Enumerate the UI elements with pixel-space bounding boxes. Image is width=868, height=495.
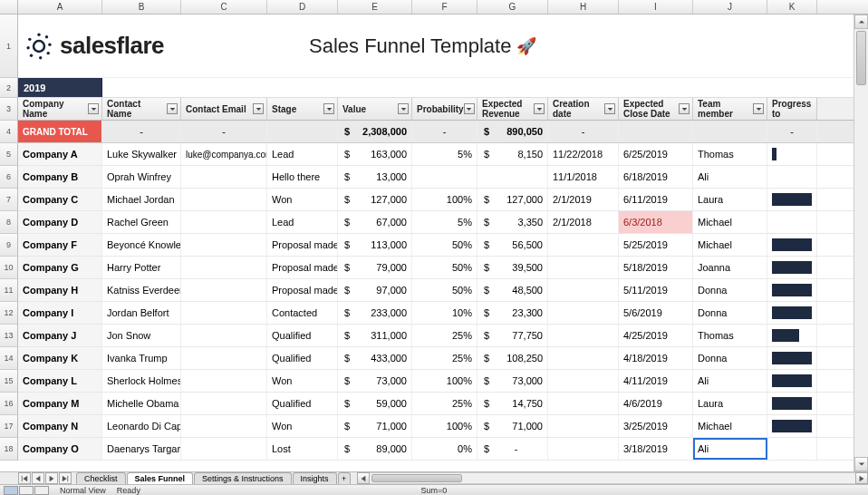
cell-email[interactable] bbox=[181, 370, 267, 392]
cell-contact[interactable]: Luke Skywalker bbox=[102, 143, 181, 165]
row-header-4[interactable]: 4 bbox=[0, 121, 18, 143]
hdr-close[interactable]: Expected Close Date bbox=[619, 98, 693, 120]
cell-close-date[interactable]: 6/11/2019 bbox=[619, 189, 693, 210]
cell-company[interactable]: Company I bbox=[18, 302, 102, 324]
row-header-8[interactable]: 8 bbox=[0, 211, 18, 234]
cell-contact[interactable]: Oprah Winfrey bbox=[102, 166, 181, 188]
cell-contact[interactable]: Sherlock Holmes bbox=[102, 370, 181, 392]
vertical-scrollbar[interactable] bbox=[854, 15, 868, 471]
filter-dropdown-icon[interactable] bbox=[679, 103, 690, 114]
cell-value[interactable]: $67,000 bbox=[338, 211, 412, 233]
cell-close-date[interactable]: 6/3/2018 bbox=[619, 211, 693, 233]
cell-email[interactable] bbox=[181, 211, 267, 233]
col-A[interactable]: A bbox=[18, 0, 102, 14]
cell-company[interactable]: Company C bbox=[18, 189, 102, 210]
cell-stage[interactable]: Contacted bbox=[267, 302, 338, 324]
cell-team[interactable]: Ali bbox=[693, 370, 767, 392]
filter-dropdown-icon[interactable] bbox=[604, 103, 615, 114]
scroll-thumb[interactable] bbox=[371, 474, 462, 482]
cell-email[interactable] bbox=[181, 393, 267, 414]
cell-team[interactable]: Thomas bbox=[693, 143, 767, 165]
col-K[interactable]: K bbox=[767, 0, 817, 14]
cell-email[interactable] bbox=[181, 415, 267, 437]
scroll-thumb[interactable] bbox=[856, 31, 866, 85]
cell-email[interactable] bbox=[181, 257, 267, 278]
cell-probability[interactable]: 25% bbox=[412, 347, 477, 369]
cell-stage[interactable]: Proposal made bbox=[267, 279, 338, 301]
cell-exp-rev[interactable]: $14,750 bbox=[477, 393, 548, 414]
cell-value[interactable]: $13,000 bbox=[338, 166, 412, 188]
scroll-left-button[interactable] bbox=[357, 472, 370, 484]
cell-stage[interactable]: Qualified bbox=[267, 393, 338, 414]
cell-probability[interactable]: 0% bbox=[412, 438, 477, 460]
sheet-tab[interactable]: Checklist bbox=[76, 472, 126, 484]
row-header-11[interactable]: 11 bbox=[0, 279, 18, 302]
cell-progress[interactable] bbox=[767, 347, 817, 369]
hdr-value[interactable]: Value bbox=[338, 98, 412, 120]
cell-team[interactable]: Joanna bbox=[693, 257, 767, 278]
cell-team[interactable]: Donna bbox=[693, 279, 767, 301]
cell-team[interactable]: Michael bbox=[693, 234, 767, 256]
cell-created[interactable]: 2/1/2019 bbox=[548, 189, 619, 210]
cell-progress[interactable] bbox=[767, 211, 817, 233]
cell-value[interactable]: $73,000 bbox=[338, 370, 412, 392]
cell-created[interactable] bbox=[548, 302, 619, 324]
hdr-company[interactable]: Company Name bbox=[18, 98, 102, 120]
cell-created[interactable]: 11/1/2018 bbox=[548, 166, 619, 188]
cell-value[interactable]: $59,000 bbox=[338, 393, 412, 414]
row-header-1[interactable]: 1 bbox=[0, 15, 18, 78]
page-layout-view-button[interactable] bbox=[19, 486, 34, 495]
hdr-contact[interactable]: Contact Name bbox=[102, 98, 181, 120]
add-sheet-button[interactable]: + bbox=[338, 472, 351, 484]
cell-created[interactable] bbox=[548, 279, 619, 301]
row-header-3[interactable]: 3 bbox=[0, 98, 18, 121]
cell-team[interactable]: Ali bbox=[693, 438, 767, 460]
cell-team[interactable]: Thomas bbox=[693, 325, 767, 346]
cell-close-date[interactable]: 3/25/2019 bbox=[619, 415, 693, 437]
row-header-9[interactable]: 9 bbox=[0, 234, 18, 257]
cell-stage[interactable]: Proposal made bbox=[267, 234, 338, 256]
cell-contact[interactable]: Jordan Belfort bbox=[102, 302, 181, 324]
row-header-14[interactable]: 14 bbox=[0, 347, 18, 370]
cell-probability[interactable]: 100% bbox=[412, 370, 477, 392]
cell-company[interactable]: Company B bbox=[18, 166, 102, 188]
tab-next-button[interactable] bbox=[45, 472, 58, 484]
cell-exp-rev[interactable]: $71,000 bbox=[477, 415, 548, 437]
cell-email[interactable]: luke@companya.com bbox=[181, 143, 267, 165]
cell-progress[interactable] bbox=[767, 166, 817, 188]
row-header-5[interactable]: 5 bbox=[0, 143, 18, 166]
cell-probability[interactable]: 25% bbox=[412, 393, 477, 414]
tab-last-button[interactable] bbox=[59, 472, 72, 484]
cell-team[interactable]: Ali bbox=[693, 166, 767, 188]
cell-team[interactable]: Donna bbox=[693, 302, 767, 324]
cell-company[interactable]: Company L bbox=[18, 370, 102, 392]
filter-dropdown-icon[interactable] bbox=[464, 103, 475, 114]
cell-progress[interactable] bbox=[767, 302, 817, 324]
cell-email[interactable] bbox=[181, 302, 267, 324]
cell-contact[interactable]: Rachel Green bbox=[102, 211, 181, 233]
cell-close-date[interactable]: 3/18/2019 bbox=[619, 438, 693, 460]
hdr-team[interactable]: Team member bbox=[693, 98, 767, 120]
cell-progress[interactable] bbox=[767, 393, 817, 414]
cell-stage[interactable]: Lost bbox=[267, 438, 338, 460]
cell-progress[interactable] bbox=[767, 257, 817, 278]
horizontal-scrollbar[interactable] bbox=[357, 472, 868, 484]
scroll-right-button[interactable] bbox=[855, 472, 868, 484]
cell-contact[interactable]: Katniss Everdeen bbox=[102, 279, 181, 301]
cell-company[interactable]: Company A bbox=[18, 143, 102, 165]
cell-created[interactable]: 11/22/2018 bbox=[548, 143, 619, 165]
cell-company[interactable]: Company F bbox=[18, 234, 102, 256]
cell-company[interactable]: Company N bbox=[18, 415, 102, 437]
cell-created[interactable] bbox=[548, 257, 619, 278]
filter-dropdown-icon[interactable] bbox=[323, 103, 334, 114]
cell-progress[interactable] bbox=[767, 438, 817, 460]
cell-value[interactable]: $89,000 bbox=[338, 438, 412, 460]
cell-close-date[interactable]: 4/11/2019 bbox=[619, 370, 693, 392]
row-header-2[interactable]: 2 bbox=[0, 78, 18, 98]
scroll-up-button[interactable] bbox=[854, 15, 868, 29]
cell-contact[interactable]: Michael Jordan bbox=[102, 189, 181, 210]
cell-probability[interactable]: 5% bbox=[412, 143, 477, 165]
page-break-view-button[interactable] bbox=[34, 486, 49, 495]
tab-first-button[interactable] bbox=[18, 472, 31, 484]
cell-company[interactable]: Company K bbox=[18, 347, 102, 369]
